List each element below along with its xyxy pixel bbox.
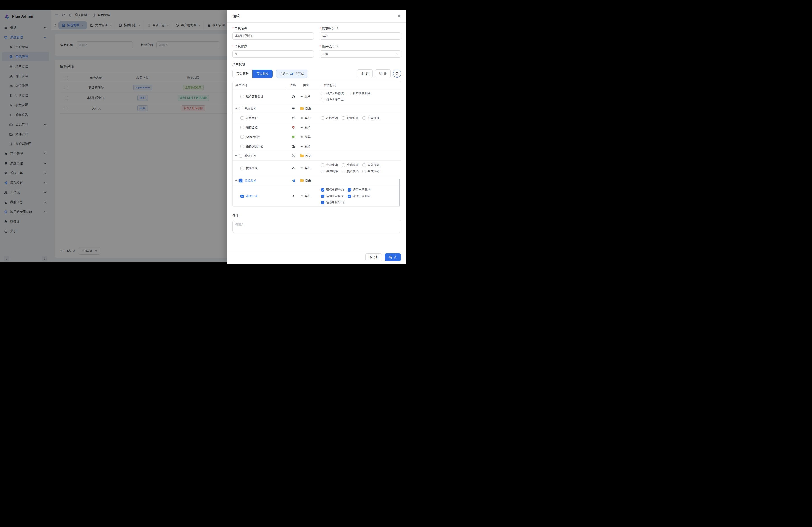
node-checkbox[interactable] bbox=[241, 145, 244, 148]
perm-item[interactable]: 生成查询 bbox=[321, 163, 338, 167]
folder-type-icon bbox=[300, 155, 304, 157]
required-asterisk: * bbox=[232, 45, 233, 48]
perm-item[interactable]: 租户套餐修改 bbox=[321, 91, 344, 95]
spring-icon bbox=[292, 135, 295, 139]
node-checkbox[interactable] bbox=[241, 95, 244, 98]
node-checkbox[interactable] bbox=[241, 116, 244, 120]
tree-row-online-users: 在线用户 菜单 在线查询 批量强退 单条强退 bbox=[233, 114, 401, 123]
code-icon bbox=[292, 167, 295, 170]
tree-row-system-tools: 系统工具 目录 bbox=[233, 151, 401, 161]
menu-perm-controls: 节点关联 节点独立 已选中 13 个节点 收 起 展 开 bbox=[232, 70, 401, 78]
tree-row-leave-request: 请假申请 菜单 请假申请查询 请假申请新增 请假申请修改 请假申请删除 请假申请… bbox=[233, 186, 401, 207]
remark-textarea[interactable] bbox=[232, 220, 401, 233]
role-status-select[interactable] bbox=[320, 50, 401, 58]
tools-icon bbox=[292, 154, 295, 157]
menu-perm-title: 菜单权限 bbox=[232, 62, 401, 66]
drawer-body: *角色名称 *权限标识? *角色排序 *角色状态? bbox=[227, 22, 406, 234]
help-icon[interactable]: ? bbox=[336, 27, 339, 30]
collapse-all-button[interactable]: 收 起 bbox=[357, 70, 373, 78]
perm-item[interactable]: 请假申请导出 bbox=[321, 200, 344, 205]
node-checkbox[interactable] bbox=[239, 154, 243, 157]
perm-item[interactable]: 请假申请查询 bbox=[321, 188, 344, 192]
tree-row-task-scheduler: 任务调度中心 菜单 bbox=[233, 142, 401, 151]
expand-toggle-icon[interactable] bbox=[235, 155, 237, 157]
folder-type-icon bbox=[300, 179, 304, 182]
field-role-status: *角色状态? bbox=[320, 44, 401, 58]
node-checkbox[interactable] bbox=[239, 179, 243, 182]
node-independent-button[interactable]: 节点独立 bbox=[252, 70, 273, 78]
perm-item[interactable]: 请假申请新增 bbox=[348, 188, 371, 192]
node-checkbox[interactable] bbox=[241, 195, 244, 198]
perm-item[interactable]: 请假申请修改 bbox=[321, 194, 344, 198]
node-checkbox[interactable] bbox=[239, 107, 243, 110]
vscode-icon bbox=[292, 179, 295, 182]
menu-type-icon bbox=[300, 126, 303, 129]
node-linked-button[interactable]: 节点关联 bbox=[232, 70, 252, 78]
node-checkbox[interactable] bbox=[241, 126, 244, 129]
required-asterisk: * bbox=[232, 27, 233, 30]
role-sort-input[interactable] bbox=[232, 50, 314, 58]
tree-row-system-monitor: 系统监控 目录 bbox=[233, 104, 401, 114]
perm-item[interactable]: 批量强退 bbox=[342, 116, 359, 120]
perm-item[interactable]: 在线查询 bbox=[321, 116, 338, 120]
folder-type-icon bbox=[300, 107, 304, 110]
perm-item[interactable]: 导入代码 bbox=[362, 163, 379, 167]
node-mode-segmented: 节点关联 节点独立 bbox=[232, 70, 273, 78]
perm-key-input[interactable] bbox=[320, 32, 401, 40]
monitor-icon bbox=[292, 107, 295, 110]
expand-toggle-icon[interactable] bbox=[235, 108, 237, 109]
required-asterisk: * bbox=[320, 45, 321, 48]
expand-all-button[interactable]: 展 开 bbox=[375, 70, 391, 78]
menu-type-icon bbox=[300, 195, 303, 197]
menu-type-icon bbox=[300, 95, 303, 98]
perm-item[interactable]: 预览代码 bbox=[342, 169, 359, 174]
package-icon bbox=[292, 95, 295, 98]
schedule-icon bbox=[292, 145, 295, 148]
selected-count-badge: 已选中 13 个节点 bbox=[276, 70, 307, 78]
required-asterisk: * bbox=[320, 27, 321, 30]
menu-type-icon bbox=[300, 136, 303, 138]
node-checkbox[interactable] bbox=[241, 135, 244, 139]
field-perm-key: *权限标识? bbox=[320, 26, 401, 40]
drawer-footer: 取 消 确 认 bbox=[227, 251, 406, 264]
perm-item[interactable]: 单条强退 bbox=[362, 116, 379, 120]
cancel-button[interactable]: 取 消 bbox=[365, 253, 382, 261]
menu-type-icon bbox=[300, 117, 303, 119]
drawer-header: 编辑 ✕ bbox=[227, 10, 406, 22]
confirm-button[interactable]: 确 认 bbox=[385, 253, 401, 261]
remark-label: 备注 bbox=[232, 214, 401, 218]
tree-row-cache-monitor: 缓存监控 菜单 bbox=[233, 123, 401, 132]
menu-type-icon bbox=[300, 145, 303, 148]
perm-item[interactable]: 租户套餐导出 bbox=[321, 97, 344, 102]
online-user-icon bbox=[292, 116, 295, 120]
perm-item[interactable]: 生成修改 bbox=[342, 163, 359, 167]
role-name-input[interactable] bbox=[232, 32, 314, 40]
perm-item[interactable]: 请假申请删除 bbox=[348, 194, 371, 198]
menu-perm-tree-table: 菜单名称 图标 类型 权限标识 租户套餐管理 菜单 租户套餐修改 租户套餐删除 … bbox=[232, 81, 401, 207]
fullscreen-button[interactable] bbox=[393, 70, 401, 77]
screen: Plus Admin 概览 系统管理 用户管理 角色管理 菜单管理 部门管理 岗… bbox=[0, 0, 406, 264]
person-arrow-icon bbox=[292, 195, 295, 198]
tree-row-tenant-package: 租户套餐管理 菜单 租户套餐修改 租户套餐删除 租户套餐导出 bbox=[233, 89, 401, 104]
tree-row-admin-monitor: Admin监控 菜单 bbox=[233, 132, 401, 142]
expand-toggle-icon[interactable] bbox=[235, 180, 237, 181]
node-checkbox[interactable] bbox=[241, 167, 244, 170]
edit-drawer: 编辑 ✕ *角色名称 *权限标识? *角色排序 *角色 bbox=[227, 10, 406, 264]
tree-row-flow-start: 流程发起 目录 bbox=[233, 176, 401, 186]
tree-row-code-gen: 代码生成 菜单 生成查询 生成修改 导入代码 生成删除 预览代码 生成代码 bbox=[233, 161, 401, 176]
chevron-down-icon bbox=[396, 53, 398, 56]
menu-type-icon bbox=[300, 167, 303, 169]
perm-item[interactable]: 租户套餐删除 bbox=[348, 91, 371, 95]
help-icon[interactable]: ? bbox=[336, 45, 339, 48]
redis-icon bbox=[292, 126, 295, 129]
drawer-title: 编辑 bbox=[233, 14, 240, 18]
perm-item[interactable]: 生成删除 bbox=[321, 169, 338, 174]
close-icon[interactable]: ✕ bbox=[397, 14, 401, 18]
field-role-name: *角色名称 bbox=[232, 26, 314, 40]
field-role-sort: *角色排序 bbox=[232, 44, 314, 58]
window-chrome-bar bbox=[0, 0, 406, 10]
fullscreen-icon bbox=[395, 72, 399, 75]
selected-count: 13 bbox=[290, 72, 293, 75]
perm-item[interactable]: 生成代码 bbox=[362, 169, 379, 174]
tree-scrollbar[interactable] bbox=[399, 179, 400, 206]
